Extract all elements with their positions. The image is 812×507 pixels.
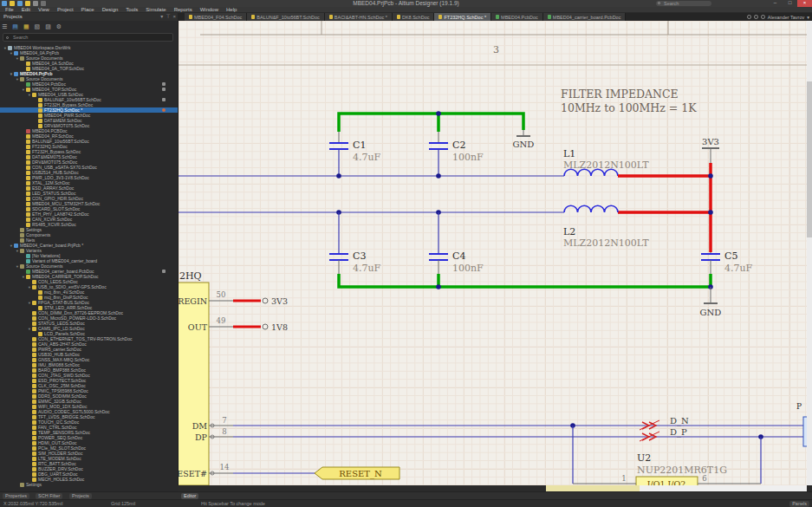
gnd-bus-bottom-wire[interactable] xyxy=(339,274,713,289)
menu-tools[interactable]: Tools xyxy=(126,7,138,13)
capacitor-c1[interactable]: C1 4.7uF xyxy=(329,132,381,176)
document-tab-label: MBED04_F04.SchDoc xyxy=(194,15,242,20)
wire-out-1v8[interactable]: 1V8 xyxy=(233,322,288,332)
c2-value: 100nF xyxy=(452,152,484,163)
wire-regin-3v3[interactable]: 3V3 xyxy=(233,296,288,306)
menu-reports[interactable]: Reports xyxy=(174,7,192,13)
c4-designator: C4 xyxy=(452,250,465,262)
global-search-input[interactable]: Search xyxy=(656,1,711,6)
schdoc-icon xyxy=(26,223,30,227)
pcbdoc-icon xyxy=(496,15,499,19)
capacitor-c2[interactable]: C2 100nF xyxy=(429,132,484,176)
net-label-dp[interactable]: D_P xyxy=(670,427,687,438)
minimize-button[interactable]: – xyxy=(768,0,783,7)
document-tab-5[interactable]: FT232HQ.SchDoc * xyxy=(434,13,491,21)
panel-tab-properties[interactable]: Properties xyxy=(3,493,29,499)
component-u1-ft232hq[interactable]: 2HQ REGIN OUT DM DP RESET# 50 49 7 8 14 xyxy=(179,270,233,485)
wire-net2[interactable] xyxy=(179,210,564,215)
panel-menu-icon[interactable]: ☰ xyxy=(2,23,7,30)
schdoc-icon xyxy=(32,467,36,471)
schdoc-icon xyxy=(32,337,36,341)
wire-net1[interactable] xyxy=(179,173,564,179)
panel-tab-projects[interactable]: Projects xyxy=(69,493,92,499)
component-u2-nup2201[interactable]: U2 NUP2201MR6T1G I/O1 I/O2 1 6 xyxy=(573,452,761,485)
schdoc-icon xyxy=(32,316,36,321)
u2-pin-1: 1 xyxy=(621,474,626,483)
port-pa-clipped[interactable]: P A xyxy=(796,402,807,446)
notifications-icon[interactable] xyxy=(747,15,751,19)
settings-gear-icon[interactable]: ⚙ xyxy=(56,23,62,30)
document-tab-4[interactable]: DK8.SchDoc xyxy=(393,13,435,21)
schdoc-icon xyxy=(26,275,30,279)
menu-edit[interactable]: Edit xyxy=(22,7,30,13)
capacitor-c4[interactable]: C4 100nF xyxy=(429,212,484,274)
user-cluster[interactable]: Alexander Tavrov ▾ xyxy=(747,13,809,21)
menu-window[interactable]: Window xyxy=(200,7,218,13)
capacitor-c5[interactable]: C5 4.7uF xyxy=(701,250,753,274)
gnd-power-port-top[interactable]: GND xyxy=(513,130,535,149)
schdoc-icon xyxy=(38,108,42,113)
net-label-dn[interactable]: D_N xyxy=(670,416,689,426)
schdoc-icon xyxy=(329,15,333,19)
schdoc-icon xyxy=(38,114,42,118)
global-search-placeholder: Search xyxy=(664,1,679,6)
schdoc-icon xyxy=(32,415,36,419)
panel-tab-sch-filter[interactable]: SCH Filter xyxy=(36,493,62,499)
schdoc-icon xyxy=(38,290,42,295)
menu-place[interactable]: Place xyxy=(81,7,94,13)
validate-icon[interactable]: ▦ xyxy=(23,23,29,30)
document-tab-1[interactable]: MBED04_F04.SchDoc xyxy=(185,13,247,21)
panels-button[interactable]: Panels xyxy=(789,501,809,507)
port-reset-n[interactable]: RESET_N xyxy=(315,467,400,479)
panel-close-icon[interactable]: × xyxy=(172,13,176,21)
panel-dropdown-icon[interactable]: ▾ xyxy=(160,13,163,21)
schdoc-icon xyxy=(32,436,36,440)
vertical-scrollbar[interactable] xyxy=(807,21,812,485)
schematic-editor-canvas[interactable]: 3 FILTER IMPEDANCE 10MHz to 100MHz = 1K … xyxy=(178,21,807,485)
schematic-drawing[interactable]: 3 FILTER IMPEDANCE 10MHz to 100MHz = 1K … xyxy=(179,21,807,485)
projects-panel-title: Projects xyxy=(3,14,23,19)
filter-note-text[interactable]: FILTER IMPEDANCE 10MHz to 100MHz = 1K xyxy=(561,88,697,114)
explorer-icon[interactable]: ▨ xyxy=(45,23,51,30)
schdoc-icon xyxy=(32,327,36,331)
project-icon xyxy=(14,244,18,248)
net-label-1v8: 1V8 xyxy=(271,322,288,332)
panel-pin-icon[interactable]: ⊤ xyxy=(166,13,170,21)
projects-search-input[interactable]: Search xyxy=(3,33,173,42)
menu-simulate[interactable]: Simulate xyxy=(146,7,166,13)
document-tab-2[interactable]: BALUN&F_10to56BT.SchDoc xyxy=(247,13,324,21)
add-document-icon[interactable]: ▧ xyxy=(35,23,41,30)
c4-value: 100nF xyxy=(452,263,484,274)
maximize-button[interactable]: □ xyxy=(783,0,797,7)
avatar[interactable] xyxy=(761,15,765,19)
document-tab-7[interactable]: MBED04_carrier_board.PcbDoc xyxy=(543,13,627,21)
horizontal-scrollbar[interactable] xyxy=(178,485,807,491)
schdoc-icon xyxy=(32,374,36,378)
menu-project[interactable]: Project xyxy=(57,7,74,13)
compile-icon[interactable]: ▤ xyxy=(12,23,18,30)
inductor-l1[interactable]: L1 MLZ2012N100LT xyxy=(563,148,649,176)
document-tab-6[interactable]: MBED04.PcbDoc xyxy=(491,13,543,21)
power-port-3v3[interactable]: 3V3 xyxy=(702,137,719,163)
close-button[interactable]: × xyxy=(797,0,812,7)
vertical-scrollbar-thumb[interactable] xyxy=(807,81,812,237)
menu-view[interactable]: View xyxy=(38,7,49,13)
variant-icon xyxy=(26,254,30,258)
tree-item[interactable]: Settings xyxy=(0,482,178,487)
schdoc-icon xyxy=(32,394,36,399)
status-hint: Hit Spacebar To change mode xyxy=(201,500,265,507)
menu-help[interactable]: Help xyxy=(226,7,237,13)
horizontal-scrollbar-thumb[interactable] xyxy=(546,485,640,491)
c3-value: 4.7uF xyxy=(353,263,381,274)
menu-file[interactable]: File xyxy=(5,7,14,13)
schdoc-icon xyxy=(189,15,192,19)
gnd-bus-top-wire[interactable] xyxy=(339,111,523,132)
gnd-power-port-bottom[interactable]: GND xyxy=(700,287,722,317)
help-icon[interactable] xyxy=(754,15,758,19)
menu-design[interactable]: Design xyxy=(102,7,119,13)
capacitor-c3[interactable]: C3 4.7uF xyxy=(329,212,381,274)
document-tab-3[interactable]: BACI&ABT-HN.SchDoc * xyxy=(325,13,393,21)
horizontal-scrollbar-track[interactable] xyxy=(640,485,807,491)
user-name[interactable]: Alexander Tavrov xyxy=(768,15,804,20)
editor-tab[interactable]: Editor xyxy=(181,493,198,499)
